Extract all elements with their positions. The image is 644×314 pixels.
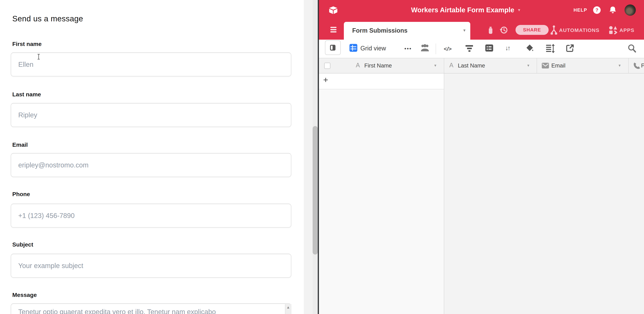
pane-divider	[318, 0, 319, 314]
phone-field-icon	[633, 62, 640, 70]
email-field-icon	[542, 62, 549, 69]
column-header-phone-partial[interactable]: P	[641, 62, 644, 69]
textarea-scrollbar[interactable]: ▲	[285, 304, 292, 314]
hamburger-menu-icon[interactable]	[330, 27, 336, 33]
text-cursor-icon	[38, 54, 39, 60]
last-name-label: Last name	[12, 91, 41, 98]
email-label: Email	[12, 141, 28, 148]
help-question-icon[interactable]: ?	[593, 6, 601, 14]
add-record-icon[interactable]: +	[323, 75, 328, 85]
column-header-last-name[interactable]: Last Name	[458, 62, 485, 69]
grid-empty-area-right	[444, 74, 644, 314]
code-icon[interactable]: </>	[444, 46, 452, 52]
phone-input[interactable]	[11, 204, 291, 227]
sort-icon[interactable]: ↓↑	[505, 45, 510, 52]
message-textarea[interactable]: Tenetur optio quaerat expedita vero et i…	[11, 303, 291, 314]
grid-empty-area-left	[319, 89, 444, 314]
first-name-input[interactable]	[11, 53, 291, 76]
select-all-checkbox[interactable]	[324, 63, 330, 69]
column-divider[interactable]	[444, 58, 444, 73]
scroll-up-arrow-icon[interactable]: ▲	[286, 305, 290, 309]
first-name-label: First name	[12, 41, 42, 47]
airtable-logo-icon[interactable]	[329, 5, 338, 15]
airtable-menubar: Form Submissions ▾ SHARE AUTOMATIONS	[319, 20, 644, 40]
notifications-bell-icon[interactable]	[609, 5, 616, 15]
share-label: SHARE	[523, 27, 541, 33]
hide-fields-icon[interactable]	[485, 45, 493, 52]
apps-icon[interactable]	[609, 26, 618, 35]
column-header-first-name[interactable]: First Name	[364, 62, 392, 69]
tab-caret-icon[interactable]: ▾	[463, 28, 466, 33]
grid-header-row: A First Name ▾ A Last Name ▾ Email ▾ P	[319, 58, 644, 74]
collaborators-icon[interactable]	[420, 44, 430, 52]
column-caret-icon[interactable]: ▾	[618, 63, 620, 68]
history-icon[interactable]	[500, 26, 508, 34]
filter-icon[interactable]	[466, 45, 473, 52]
left-pane: Send us a message First name Last name E…	[0, 0, 304, 314]
question-glyph: ?	[595, 7, 598, 13]
hamburger-line	[330, 27, 336, 28]
text-field-icon: A	[449, 62, 454, 69]
left-scrollbar-thumb[interactable]	[312, 126, 318, 254]
base-title[interactable]: Workers Airtable Form Example	[411, 6, 514, 14]
column-divider[interactable]	[628, 58, 629, 73]
view-name-label[interactable]: Grid view	[360, 45, 386, 52]
text-field-icon: A	[356, 62, 360, 69]
automations-icon[interactable]	[550, 25, 558, 35]
column-caret-icon[interactable]: ▾	[527, 63, 529, 68]
color-icon[interactable]	[526, 44, 534, 52]
search-icon[interactable]	[627, 44, 636, 53]
hamburger-line	[330, 29, 336, 30]
page-title: Send us a message	[12, 14, 83, 23]
add-row-strip[interactable]: +	[319, 74, 444, 89]
airtable-topbar: Workers Airtable Form Example ▾ HELP ?	[319, 0, 644, 20]
row-height-icon[interactable]	[546, 45, 554, 52]
grid-view-icon[interactable]	[350, 44, 357, 52]
apps-button[interactable]: APPS	[620, 27, 634, 33]
base-title-caret-icon[interactable]: ▾	[518, 7, 520, 13]
subject-label: Subject	[12, 241, 33, 248]
toolbar-divider	[436, 44, 436, 54]
tab-label: Form Submissions	[352, 27, 408, 34]
message-label: Message	[12, 292, 37, 298]
sidebar-toggle-slot	[331, 46, 332, 50]
user-avatar[interactable]	[624, 5, 636, 16]
share-view-icon[interactable]	[566, 44, 574, 52]
help-button[interactable]: HELP	[574, 8, 587, 13]
phone-label: Phone	[12, 191, 30, 197]
base-title-group[interactable]: Workers Airtable Form Example ▾	[411, 6, 520, 14]
subject-input[interactable]	[11, 254, 291, 278]
view-more-icon[interactable]: •••	[404, 46, 412, 52]
tab-form-submissions[interactable]: Form Submissions ▾	[344, 22, 470, 40]
screenshot-stage: Send us a message First name Last name E…	[0, 0, 644, 314]
hamburger-line	[330, 31, 336, 33]
column-header-email[interactable]: Email	[551, 62, 566, 69]
first-column-divider	[444, 74, 444, 314]
trash-icon[interactable]	[487, 26, 494, 34]
last-name-input[interactable]	[11, 103, 291, 127]
email-input[interactable]	[11, 153, 291, 177]
column-caret-icon[interactable]: ▾	[434, 63, 436, 68]
left-scrollbar-gutter	[304, 0, 312, 314]
column-divider[interactable]	[537, 58, 537, 73]
automations-button[interactable]: AUTOMATIONS	[559, 27, 600, 33]
share-button[interactable]: SHARE	[516, 25, 548, 35]
